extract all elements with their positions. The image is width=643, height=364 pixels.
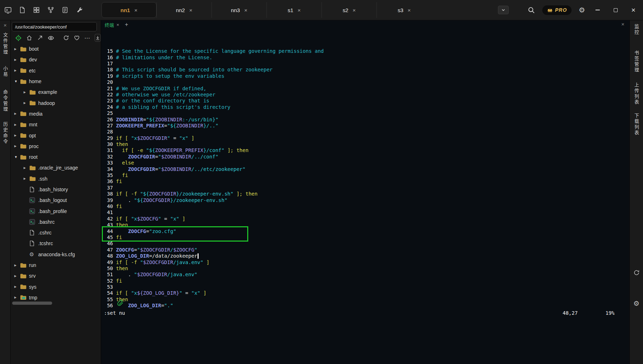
chevron-right-icon[interactable]: ▶ — [14, 264, 20, 267]
code-line-31: 31 if [ -e "${ZOOKEEPER_PREFIX}/conf" ];… — [104, 147, 629, 153]
tree-item-.tcshrc[interactable]: .tcshrc — [11, 238, 101, 249]
right-nav-item-4[interactable]: 下载列表 — [633, 113, 640, 136]
tab-close-icon[interactable]: × — [298, 7, 301, 13]
horizontal-scrollbar[interactable] — [12, 302, 52, 305]
right-nav-item-1[interactable]: 监控 — [633, 24, 640, 35]
goto-icon[interactable] — [37, 35, 43, 41]
tree-item-.bash_profile[interactable]: .bash_profile — [11, 206, 101, 216]
left-nav-item-2[interactable]: 小易 — [2, 66, 9, 77]
tab-close-icon[interactable]: × — [408, 7, 411, 13]
tab-close-icon[interactable]: × — [244, 7, 248, 13]
tree-item-proc[interactable]: ▶proc — [11, 141, 101, 152]
tab-s3[interactable]: s3× — [377, 2, 432, 18]
tree-item-anaconda-ks.cfg[interactable]: ⚙anaconda-ks.cfg — [11, 249, 101, 260]
maximize-button[interactable] — [610, 5, 621, 15]
attachment-icon[interactable] — [117, 299, 124, 308]
search-icon[interactable] — [528, 6, 535, 14]
refresh-icon[interactable] — [63, 35, 69, 41]
left-nav-item-3[interactable]: 命令管理 — [2, 90, 9, 112]
chevron-right-icon[interactable]: ▶ — [14, 145, 20, 148]
tab-nn2[interactable]: nn2× — [156, 2, 211, 18]
download-icon[interactable] — [95, 34, 101, 42]
chevron-right-icon[interactable]: ▶ — [14, 69, 20, 72]
tree-item-example[interactable]: ▶example — [11, 87, 101, 97]
tab-dropdown-button[interactable] — [498, 6, 509, 14]
tree-item-srv[interactable]: ▶srv — [11, 271, 101, 281]
tree-item-media[interactable]: ▶media — [11, 108, 101, 119]
right-nav-item-3[interactable]: 上传列表 — [633, 82, 640, 105]
left-nav-item-4[interactable]: 历史命令 — [2, 122, 9, 145]
tree-item-.ssh[interactable]: ▶.ssh — [11, 173, 101, 184]
chevron-right-icon[interactable]: ▶ — [14, 296, 20, 299]
minimize-button[interactable] — [592, 5, 603, 15]
chevron-right-icon[interactable]: ▶ — [14, 47, 20, 51]
tree-item-mnt[interactable]: ▶mnt — [11, 119, 101, 130]
vim-editor[interactable]: 15 # See the License for the specific la… — [101, 29, 629, 309]
chevron-right-icon[interactable]: ▶ — [14, 274, 20, 278]
left-nav-item-1[interactable]: 文件管理 — [2, 32, 9, 55]
tab-close-icon[interactable]: × — [134, 7, 138, 13]
tree-item-.bash_history[interactable]: .bash_history — [11, 184, 101, 195]
terminal-panel[interactable]: 终端 × + × 15 # See the License for the sp… — [101, 20, 629, 364]
more-icon[interactable]: ⋯ — [84, 35, 90, 41]
tree-item-run[interactable]: ▶run — [11, 260, 101, 271]
top-bar: nn1×nn2×nn3×s1×s2×s3× PRO ⚙ × — [0, 0, 643, 20]
branch-icon[interactable] — [46, 6, 55, 14]
chevron-down-icon[interactable]: ▼ — [14, 80, 20, 83]
tree-item-.bash_logout[interactable]: .bash_logout — [11, 195, 101, 206]
tree-item-etc[interactable]: ▶etc — [11, 65, 101, 76]
chevron-right-icon[interactable]: ▶ — [24, 177, 29, 180]
terminal-tab[interactable]: 终端 × — [105, 21, 119, 28]
tree-item-root[interactable]: ▼root — [11, 152, 101, 162]
gear-icon[interactable]: ⚙ — [633, 299, 639, 308]
tree-item-sys[interactable]: ▶sys — [11, 282, 101, 292]
locate-icon[interactable] — [15, 35, 22, 41]
tab-nn1[interactable]: nn1× — [101, 2, 156, 18]
wrench-icon[interactable] — [75, 6, 84, 14]
tab-nn3[interactable]: nn3× — [211, 2, 266, 18]
tree-item-.cshrc[interactable]: .cshrc — [11, 227, 101, 238]
chevron-right-icon[interactable]: ▶ — [14, 112, 20, 115]
main-area: × 文件管理小易命令管理历史命令 — [0, 20, 643, 364]
line-number: 36 — [104, 178, 116, 184]
tab-close-icon[interactable]: × — [189, 7, 193, 13]
grid-icon[interactable] — [32, 6, 41, 14]
close-button[interactable]: × — [628, 5, 639, 15]
chevron-right-icon[interactable]: ▶ — [14, 58, 20, 61]
chevron-right-icon[interactable]: ▶ — [24, 91, 29, 94]
tree-item-opt[interactable]: ▶opt — [11, 130, 101, 141]
document-icon[interactable] — [61, 6, 69, 14]
eye-icon[interactable] — [48, 35, 54, 41]
chevron-right-icon[interactable]: ▶ — [14, 123, 20, 126]
favorite-icon[interactable] — [74, 35, 80, 41]
tree-item-hadoop[interactable]: ▶hadoop — [11, 97, 101, 108]
file-icon[interactable] — [18, 6, 26, 14]
tree-item-dev[interactable]: ▶dev — [11, 54, 101, 65]
terminal-tab-close-icon[interactable]: × — [116, 22, 119, 27]
chevron-right-icon[interactable]: ▶ — [24, 101, 29, 105]
path-input[interactable] — [12, 22, 97, 31]
chevron-right-icon[interactable]: ▶ — [14, 134, 20, 137]
line-number: 42 — [104, 216, 116, 222]
chevron-right-icon[interactable]: ▶ — [24, 166, 29, 170]
home-icon[interactable] — [26, 35, 33, 41]
chevron-down-icon[interactable]: ▼ — [14, 155, 20, 159]
tree-item-boot[interactable]: ▶boot — [11, 44, 101, 54]
tree-item-.bashrc[interactable]: .bashrc — [11, 217, 101, 227]
chevron-right-icon[interactable]: ▶ — [14, 285, 20, 288]
tab-s2[interactable]: s2× — [322, 2, 377, 18]
new-terminal-button[interactable]: + — [125, 21, 128, 28]
tab-close-icon[interactable]: × — [353, 7, 356, 13]
settings-gear-icon[interactable]: ⚙ — [579, 6, 585, 14]
panel-close-icon[interactable]: × — [4, 22, 7, 28]
pro-badge[interactable]: PRO — [542, 5, 572, 15]
line-number: 38 — [104, 191, 116, 197]
sync-icon[interactable] — [633, 269, 640, 277]
terminal-panel-close-icon[interactable]: × — [621, 21, 624, 27]
tree-item-.oracle_jre_usage[interactable]: ▶.oracle_jre_usage — [11, 162, 101, 173]
tab-s1[interactable]: s1× — [266, 2, 322, 18]
right-nav-item-2[interactable]: 书签管理 — [633, 50, 640, 73]
tree-item-home[interactable]: ▼home — [11, 76, 101, 87]
tab-label: s1 — [288, 7, 293, 13]
terminal-icon[interactable] — [4, 6, 12, 14]
